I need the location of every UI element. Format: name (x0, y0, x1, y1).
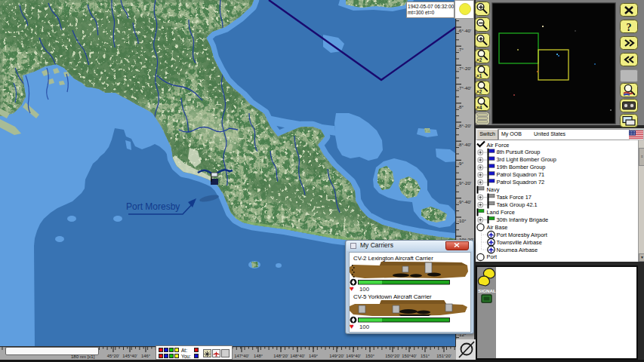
svg-text:SIGNAL: SIGNAL (478, 288, 496, 293)
svg-text:×2: ×2 (476, 89, 482, 94)
svg-text:CV-2 Lexington Aircraft Carrie: CV-2 Lexington Aircraft Carrier (353, 255, 433, 262)
svg-text:Air Force: Air Force (487, 142, 510, 149)
svg-text:151°20': 151°20' (436, 354, 451, 358)
svg-text:-7°-40': -7°-40' (458, 85, 471, 90)
svg-text:Noumea Airbase: Noumea Airbase (497, 247, 538, 253)
svg-text:Port Moresby: Port Moresby (126, 201, 180, 212)
svg-text:-10°: -10° (458, 218, 467, 223)
svg-text:150°: 150° (365, 354, 374, 358)
svg-text:149°20': 149°20' (329, 354, 344, 358)
svg-text:?: ? (627, 22, 632, 33)
svg-text:Task Force 17: Task Force 17 (497, 194, 532, 201)
svg-text:-8°-40': -8°-40' (458, 142, 471, 147)
svg-text:Townsville Airbase: Townsville Airbase (497, 239, 542, 246)
svg-text:149°: 149° (309, 354, 318, 358)
svg-text:-9°: -9° (458, 161, 464, 166)
svg-text:100: 100 (359, 286, 370, 293)
svg-text:Task Group 42.1: Task Group 42.1 (497, 201, 538, 208)
svg-text:CV-5 Yorktown Aircraft Carrier: CV-5 Yorktown Aircraft Carrier (353, 293, 432, 300)
svg-text:-9°-20': -9°-20' (458, 180, 471, 186)
svg-text:×2: ×2 (476, 57, 482, 63)
svg-text:148°40': 148°40' (290, 354, 305, 358)
svg-text:Patrol Squadron 71: Patrol Squadron 71 (497, 171, 545, 178)
svg-text:-8°: -8° (458, 104, 464, 109)
svg-text:Port: Port (487, 253, 498, 260)
svg-text:151°: 151° (421, 354, 430, 358)
svg-text:30th Infantry Brigade: 30th Infantry Brigade (497, 216, 549, 223)
svg-text:-7°-20': -7°-20' (458, 66, 471, 71)
svg-text:×1: ×1 (476, 73, 482, 78)
svg-text:Patrol Squadron 72: Patrol Squadron 72 (497, 179, 545, 186)
svg-text:100: 100 (359, 324, 370, 330)
svg-text:150°40': 150°40' (402, 354, 417, 358)
svg-text:♥: ♥ (350, 322, 354, 330)
svg-text:148°: 148° (254, 354, 263, 358)
svg-text:150°20': 150°20' (385, 354, 400, 358)
svg-text:45°20': 45°20' (107, 354, 119, 358)
svg-text:149°40': 149°40' (346, 354, 361, 358)
svg-text:3rd Light Bomber Group: 3rd Light Bomber Group (497, 156, 556, 163)
svg-text:148°20': 148°20' (273, 354, 288, 358)
svg-text:-7°: -7° (458, 47, 464, 52)
svg-text:-6°-40': -6°-40' (458, 28, 471, 33)
svg-text:Navy: Navy (487, 186, 500, 193)
svg-text:Land Force: Land Force (487, 209, 515, 216)
svg-text:×4: ×4 (476, 105, 482, 110)
svg-text:147°40': 147°40' (234, 354, 249, 358)
svg-text:Air Base: Air Base (487, 224, 508, 231)
svg-text:8th Pursuit Group: 8th Pursuit Group (497, 149, 541, 155)
svg-text:-9°-40': -9°-40' (458, 199, 471, 204)
svg-text:-8°-20': -8°-20' (458, 123, 471, 128)
svg-text:145°40': 145°40' (122, 354, 137, 358)
svg-text:19th Bomber Group: 19th Bomber Group (497, 164, 546, 170)
svg-text:146°: 146° (141, 354, 150, 358)
svg-text:Port Moresby Airport: Port Moresby Airport (497, 232, 547, 238)
svg-text:♥: ♥ (350, 284, 354, 293)
